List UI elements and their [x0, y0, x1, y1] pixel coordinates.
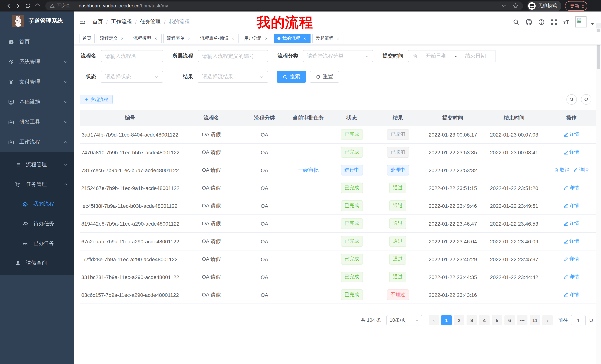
sidebar-item-8[interactable]: 任务管理 — [0, 174, 74, 194]
action-详情-link[interactable]: 详情 — [563, 202, 579, 209]
sidebar-item-2[interactable]: 系统管理 — [0, 52, 74, 72]
close-icon[interactable]: × — [264, 36, 269, 41]
home-icon[interactable] — [33, 1, 42, 10]
close-icon[interactable]: × — [302, 36, 307, 41]
browser-menu-icon[interactable] — [582, 4, 583, 8]
action-详情-link[interactable]: 详情 — [563, 220, 579, 227]
font-size-icon[interactable]: TT — [563, 19, 569, 25]
help-icon[interactable] — [538, 19, 544, 25]
forward-icon[interactable] — [13, 1, 23, 10]
back-icon[interactable] — [4, 1, 13, 10]
next-page-button[interactable]: › — [542, 315, 553, 326]
close-icon[interactable]: × — [186, 36, 192, 41]
status-select[interactable]: 请选择状态 — [101, 71, 163, 83]
close-icon[interactable]: × — [120, 36, 125, 41]
goto-page-input[interactable] — [571, 315, 586, 326]
tab-3[interactable]: 流程模型× — [130, 34, 161, 43]
sidebar-item-9[interactable]: 我的流程 — [0, 194, 74, 214]
table-refresh-button[interactable] — [581, 94, 591, 105]
search-button[interactable]: 搜索 — [277, 71, 306, 83]
page-button-3[interactable]: 3 — [467, 315, 477, 326]
bookmark-star-icon[interactable] — [513, 3, 519, 9]
sidebar-item-12[interactable]: 请假查询 — [0, 253, 74, 273]
cell-name: OA 请假 — [180, 250, 242, 268]
tab-label: 流程表单 — [167, 35, 185, 42]
page-button-2[interactable]: 2 — [454, 315, 464, 326]
prev-page-button[interactable]: ‹ — [429, 315, 439, 326]
cell-name: OA 请假 — [180, 126, 242, 144]
window-scrollbar[interactable] — [596, 23, 601, 364]
fullscreen-icon[interactable] — [551, 19, 557, 25]
column-header: 提交时间 — [422, 110, 483, 126]
breadcrumb-item[interactable]: 首页 — [92, 19, 103, 25]
cell-status: 已完成 — [330, 232, 373, 250]
process-category-select[interactable]: 请选择流程分类 — [303, 50, 373, 62]
sidebar-item-6[interactable]: 工作流程 — [0, 132, 74, 152]
reset-button[interactable]: 重置 — [310, 71, 339, 83]
process-definition-input[interactable] — [198, 50, 268, 62]
sidebar-item-3[interactable]: 支付管理 — [0, 72, 74, 92]
sidebar-item-4[interactable]: 基础设施 — [0, 92, 74, 112]
sidebar-item-7[interactable]: 流程管理 — [0, 155, 74, 174]
process-name-label: 流程名 — [80, 53, 96, 59]
action-详情-link[interactable]: 详情 — [563, 185, 579, 191]
tab-6[interactable]: 用户分组× — [241, 34, 272, 43]
page-button-6[interactable]: 6 — [504, 315, 515, 326]
tab-2[interactable]: 流程定义× — [97, 34, 128, 43]
action-详情-link[interactable]: 详情 — [573, 167, 589, 173]
column-header: 状态 — [330, 110, 373, 126]
action-详情-link[interactable]: 详情 — [563, 149, 579, 156]
collapse-sidebar-icon[interactable] — [79, 19, 86, 25]
action-取消-link[interactable]: 取消 — [554, 167, 570, 173]
chevron-down-icon[interactable] — [591, 23, 594, 25]
tab-5[interactable]: 流程表单-编辑× — [197, 34, 239, 43]
cell-task[interactable]: 一级审批 — [286, 161, 330, 179]
sidebar-submenu: 流程管理任务管理我的流程待办任务已办任务请假查询 — [0, 152, 74, 275]
page-size-select[interactable]: 10条/页 — [386, 315, 422, 326]
page-button-4[interactable]: 4 — [479, 315, 490, 326]
result-select[interactable]: 请选择流结果 — [198, 71, 268, 83]
action-详情-link[interactable]: 详情 — [563, 238, 579, 245]
result-badge: 不通过 — [387, 289, 409, 300]
search-icon[interactable] — [513, 19, 519, 25]
cell-status: 已完成 — [330, 126, 373, 144]
sidebar-item-10[interactable]: 待办任务 — [0, 214, 74, 233]
key-icon[interactable] — [502, 3, 507, 8]
sidebar-item-11[interactable]: 已办任务 — [0, 233, 74, 253]
close-icon[interactable]: × — [335, 36, 341, 41]
avatar[interactable] — [575, 16, 587, 28]
cell-category: OA — [242, 215, 286, 232]
close-icon[interactable]: × — [230, 36, 235, 41]
page-button-11[interactable]: 11 — [530, 315, 540, 326]
close-icon[interactable]: × — [153, 36, 158, 41]
page-button-1[interactable]: 1 — [441, 315, 452, 326]
action-详情-link[interactable]: 详情 — [563, 291, 579, 298]
action-详情-link[interactable]: 详情 — [563, 274, 579, 280]
page-button-5[interactable]: 5 — [492, 315, 502, 326]
breadcrumb-item[interactable]: 工作流程 — [111, 19, 132, 25]
action-详情-link[interactable]: 详情 — [563, 131, 579, 138]
breadcrumb-item[interactable]: 任务管理 — [140, 19, 161, 25]
action-详情-link[interactable]: 详情 — [563, 256, 579, 262]
tab-8[interactable]: 发起流程× — [312, 34, 344, 43]
more-pages-button[interactable]: ••• — [517, 315, 527, 326]
cell-end-time: 2022-01-22 23:49:51 — [483, 197, 545, 215]
security-label[interactable]: 不安全 — [57, 3, 70, 9]
process-name-input[interactable] — [101, 50, 163, 62]
github-icon[interactable] — [525, 19, 532, 25]
tab-7[interactable]: 我的流程× — [274, 34, 311, 43]
tab-1[interactable]: 首页 — [79, 34, 95, 43]
update-button[interactable]: 更新 — [565, 1, 587, 10]
create-process-button[interactable]: 发起流程 — [80, 95, 112, 104]
submit-time-range-picker[interactable]: 开始日期 - 结束日期 — [408, 50, 496, 62]
sidebar-item-label: 我的流程 — [33, 201, 54, 207]
cell-end-time: 2022-01-22 23:44:42 — [483, 268, 545, 286]
app-logo-row[interactable]: 芋道管理系统 — [0, 11, 74, 30]
sidebar-item-5[interactable]: 研发工具 — [0, 112, 74, 132]
tab-4[interactable]: 流程表单× — [163, 34, 195, 43]
sidebar-item-1[interactable]: 首页 — [0, 32, 74, 52]
url-text[interactable]: dashboard.yudao.iocoder.cn/bpm/task/my — [79, 3, 168, 9]
table-search-button[interactable] — [566, 94, 577, 105]
address-bar[interactable]: 不安全 dashboard.yudao.iocoder.cn/bpm/task/… — [45, 1, 523, 10]
reload-icon[interactable] — [23, 1, 33, 10]
